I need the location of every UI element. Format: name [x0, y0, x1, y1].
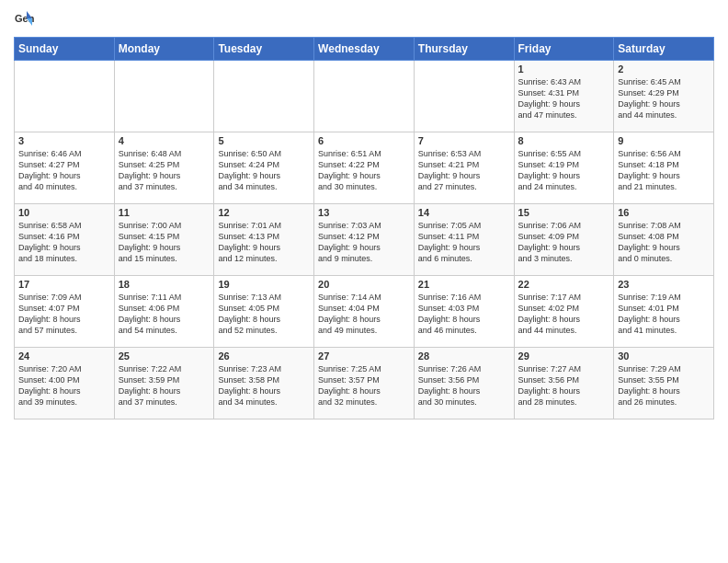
calendar-cell: 5Sunrise: 6:50 AM Sunset: 4:24 PM Daylig…: [214, 132, 314, 204]
day-number: 26: [218, 350, 310, 362]
day-number: 27: [318, 350, 410, 362]
calendar-week-row: 24Sunrise: 7:20 AM Sunset: 4:00 PM Dayli…: [15, 348, 714, 419]
day-info: Sunrise: 7:22 AM Sunset: 3:59 PM Dayligh…: [119, 363, 210, 408]
calendar-cell: 30Sunrise: 7:29 AM Sunset: 3:55 PM Dayli…: [614, 348, 714, 419]
day-number: 13: [318, 207, 410, 218]
logo-icon: Gen: [14, 9, 34, 29]
calendar-week-row: 1Sunrise: 6:43 AM Sunset: 4:31 PM Daylig…: [15, 61, 714, 132]
day-number: 17: [18, 279, 110, 290]
calendar-cell: [114, 61, 214, 132]
calendar-cell: 21Sunrise: 7:16 AM Sunset: 4:03 PM Dayli…: [414, 276, 514, 348]
day-number: 5: [218, 135, 310, 146]
day-number: 22: [518, 279, 610, 290]
calendar-cell: 15Sunrise: 7:06 AM Sunset: 4:09 PM Dayli…: [514, 204, 614, 276]
day-info: Sunrise: 7:09 AM Sunset: 4:07 PM Dayligh…: [18, 292, 110, 337]
day-number: 28: [418, 350, 510, 362]
day-info: Sunrise: 6:55 AM Sunset: 4:19 PM Dayligh…: [518, 148, 610, 193]
day-number: 10: [18, 207, 110, 218]
day-info: Sunrise: 6:46 AM Sunset: 4:27 PM Dayligh…: [18, 148, 110, 193]
day-number: 3: [18, 135, 110, 146]
day-number: 29: [518, 350, 610, 362]
day-number: 1: [518, 63, 610, 75]
day-info: Sunrise: 7:23 AM Sunset: 3:58 PM Dayligh…: [218, 363, 310, 408]
day-info: Sunrise: 7:11 AM Sunset: 4:06 PM Dayligh…: [119, 292, 210, 337]
day-number: 2: [618, 63, 710, 75]
day-number: 11: [119, 207, 210, 218]
day-info: Sunrise: 7:01 AM Sunset: 4:13 PM Dayligh…: [218, 220, 310, 265]
day-info: Sunrise: 6:56 AM Sunset: 4:18 PM Dayligh…: [618, 148, 710, 193]
calendar-cell: 1Sunrise: 6:43 AM Sunset: 4:31 PM Daylig…: [514, 61, 614, 132]
calendar-week-row: 10Sunrise: 6:58 AM Sunset: 4:16 PM Dayli…: [15, 204, 714, 276]
day-info: Sunrise: 7:26 AM Sunset: 3:56 PM Dayligh…: [418, 363, 510, 408]
calendar-cell: 11Sunrise: 7:00 AM Sunset: 4:15 PM Dayli…: [114, 204, 214, 276]
day-number: 4: [119, 135, 210, 146]
calendar-table: SundayMondayTuesdayWednesdayThursdayFrid…: [14, 37, 714, 419]
day-info: Sunrise: 7:25 AM Sunset: 3:57 PM Dayligh…: [318, 363, 410, 408]
day-header-monday: Monday: [114, 38, 214, 61]
day-number: 20: [318, 279, 410, 290]
day-info: Sunrise: 7:27 AM Sunset: 3:56 PM Dayligh…: [518, 363, 610, 408]
day-number: 7: [418, 135, 510, 146]
day-number: 16: [618, 207, 710, 218]
day-info: Sunrise: 6:51 AM Sunset: 4:22 PM Dayligh…: [318, 148, 410, 193]
day-info: Sunrise: 6:48 AM Sunset: 4:25 PM Dayligh…: [119, 148, 210, 193]
day-number: 8: [518, 135, 610, 146]
calendar-cell: 6Sunrise: 6:51 AM Sunset: 4:22 PM Daylig…: [314, 132, 415, 204]
calendar-cell: 26Sunrise: 7:23 AM Sunset: 3:58 PM Dayli…: [214, 348, 314, 419]
calendar-cell: 19Sunrise: 7:13 AM Sunset: 4:05 PM Dayli…: [214, 276, 314, 348]
calendar-cell: 29Sunrise: 7:27 AM Sunset: 3:56 PM Dayli…: [514, 348, 614, 419]
day-header-tuesday: Tuesday: [214, 38, 314, 61]
calendar-cell: 22Sunrise: 7:17 AM Sunset: 4:02 PM Dayli…: [514, 276, 614, 348]
calendar-cell: 4Sunrise: 6:48 AM Sunset: 4:25 PM Daylig…: [114, 132, 214, 204]
page-container: Gen SundayMondayTuesdayWednesdayThursday…: [0, 0, 728, 424]
day-number: 18: [119, 279, 210, 290]
day-number: 23: [618, 279, 710, 290]
day-header-saturday: Saturday: [614, 38, 714, 61]
day-info: Sunrise: 6:50 AM Sunset: 4:24 PM Dayligh…: [218, 148, 310, 193]
day-header-friday: Friday: [514, 38, 614, 61]
day-number: 15: [518, 207, 610, 218]
calendar-cell: [414, 61, 514, 132]
day-info: Sunrise: 7:03 AM Sunset: 4:12 PM Dayligh…: [318, 220, 410, 265]
day-info: Sunrise: 7:14 AM Sunset: 4:04 PM Dayligh…: [318, 292, 410, 337]
calendar-cell: 25Sunrise: 7:22 AM Sunset: 3:59 PM Dayli…: [114, 348, 214, 419]
day-info: Sunrise: 7:20 AM Sunset: 4:00 PM Dayligh…: [18, 363, 110, 408]
calendar-cell: 14Sunrise: 7:05 AM Sunset: 4:11 PM Dayli…: [414, 204, 514, 276]
calendar-cell: 16Sunrise: 7:08 AM Sunset: 4:08 PM Dayli…: [614, 204, 714, 276]
day-header-wednesday: Wednesday: [314, 38, 415, 61]
day-number: 30: [618, 350, 710, 362]
calendar-cell: 2Sunrise: 6:45 AM Sunset: 4:29 PM Daylig…: [614, 61, 714, 132]
day-info: Sunrise: 6:45 AM Sunset: 4:29 PM Dayligh…: [618, 76, 710, 121]
day-number: 6: [318, 135, 410, 146]
day-info: Sunrise: 7:05 AM Sunset: 4:11 PM Dayligh…: [418, 220, 510, 265]
day-info: Sunrise: 7:08 AM Sunset: 4:08 PM Dayligh…: [618, 220, 710, 265]
day-number: 12: [218, 207, 310, 218]
day-header-thursday: Thursday: [414, 38, 514, 61]
calendar-cell: 23Sunrise: 7:19 AM Sunset: 4:01 PM Dayli…: [614, 276, 714, 348]
day-info: Sunrise: 6:53 AM Sunset: 4:21 PM Dayligh…: [418, 148, 510, 193]
calendar-cell: 18Sunrise: 7:11 AM Sunset: 4:06 PM Dayli…: [114, 276, 214, 348]
day-info: Sunrise: 6:43 AM Sunset: 4:31 PM Dayligh…: [518, 76, 610, 121]
header: Gen: [14, 9, 714, 29]
day-number: 21: [418, 279, 510, 290]
day-number: 24: [18, 350, 110, 362]
day-info: Sunrise: 7:06 AM Sunset: 4:09 PM Dayligh…: [518, 220, 610, 265]
day-info: Sunrise: 7:13 AM Sunset: 4:05 PM Dayligh…: [218, 292, 310, 337]
day-info: Sunrise: 7:16 AM Sunset: 4:03 PM Dayligh…: [418, 292, 510, 337]
calendar-week-row: 3Sunrise: 6:46 AM Sunset: 4:27 PM Daylig…: [15, 132, 714, 204]
calendar-cell: 20Sunrise: 7:14 AM Sunset: 4:04 PM Dayli…: [314, 276, 415, 348]
day-number: 25: [119, 350, 210, 362]
day-info: Sunrise: 7:00 AM Sunset: 4:15 PM Dayligh…: [119, 220, 210, 265]
calendar-cell: 27Sunrise: 7:25 AM Sunset: 3:57 PM Dayli…: [314, 348, 415, 419]
calendar-header-row: SundayMondayTuesdayWednesdayThursdayFrid…: [15, 38, 714, 61]
calendar-cell: 8Sunrise: 6:55 AM Sunset: 4:19 PM Daylig…: [514, 132, 614, 204]
calendar-cell: [15, 61, 115, 132]
calendar-cell: 12Sunrise: 7:01 AM Sunset: 4:13 PM Dayli…: [214, 204, 314, 276]
calendar-cell: 24Sunrise: 7:20 AM Sunset: 4:00 PM Dayli…: [15, 348, 115, 419]
day-number: 19: [218, 279, 310, 290]
calendar-week-row: 17Sunrise: 7:09 AM Sunset: 4:07 PM Dayli…: [15, 276, 714, 348]
calendar-cell: 9Sunrise: 6:56 AM Sunset: 4:18 PM Daylig…: [614, 132, 714, 204]
calendar-cell: 17Sunrise: 7:09 AM Sunset: 4:07 PM Dayli…: [15, 276, 115, 348]
day-number: 14: [418, 207, 510, 218]
day-info: Sunrise: 7:19 AM Sunset: 4:01 PM Dayligh…: [618, 292, 710, 337]
